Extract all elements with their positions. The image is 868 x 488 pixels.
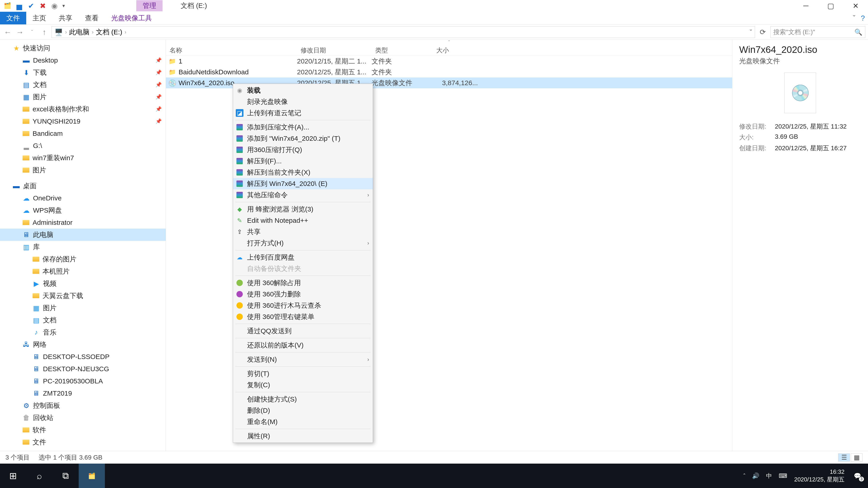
tree-lib-item[interactable]: 本机照片: [0, 265, 166, 278]
tree-folder[interactable]: YUNQISHI2019📌: [0, 115, 166, 127]
tree-network-pc[interactable]: 🖥DESKTOP-LSSOEDP: [0, 351, 166, 363]
start-button[interactable]: ⊞: [0, 464, 26, 488]
tab-view[interactable]: 查看: [79, 12, 105, 24]
cm-shortcut[interactable]: 创建快捷方式(S): [233, 394, 373, 405]
cm-share[interactable]: ⇪共享: [233, 226, 373, 237]
breadcrumb[interactable]: 🖥️ › 此电脑 › 文档 (E:) › ˇ: [52, 26, 755, 38]
nav-forward-button[interactable]: →: [15, 27, 25, 37]
taskbar-search-button[interactable]: ⌕: [26, 464, 53, 488]
tree-onedrive[interactable]: ☁OneDrive: [0, 192, 166, 204]
tree-lib-item[interactable]: 天翼云盘下载: [0, 290, 166, 302]
cm-qq-send[interactable]: 通过QQ发送到: [233, 325, 373, 337]
cm-mount[interactable]: ◉装载: [233, 85, 373, 96]
taskbar-explorer-button[interactable]: 🗂️: [79, 464, 105, 488]
tree-drive[interactable]: ▂G:\: [0, 140, 166, 152]
tree-desktop-root[interactable]: ▬桌面: [0, 180, 166, 192]
tree-downloads[interactable]: ⬇下载📌: [0, 66, 166, 78]
tree-documents[interactable]: ▤文档📌: [0, 78, 166, 91]
tree-wps[interactable]: ☁WPS网盘: [0, 204, 166, 217]
task-view-button[interactable]: ⧉: [53, 464, 79, 488]
cm-360-scan[interactable]: 使用 360进行木马云查杀: [233, 300, 373, 311]
nav-recent-icon[interactable]: ˇ: [27, 27, 37, 37]
cm-copy[interactable]: 复制(C): [233, 379, 373, 391]
cm-rename[interactable]: 重命名(M): [233, 416, 373, 427]
cm-other-zip[interactable]: 其他压缩命令›: [233, 189, 373, 201]
tree-recycle-bin[interactable]: 🗑回收站: [0, 412, 166, 424]
cm-360-forcedel[interactable]: 使用 360强力删除: [233, 289, 373, 300]
tree-folder[interactable]: 文件: [0, 436, 166, 448]
tray-keyboard-icon[interactable]: ⌨: [779, 473, 787, 480]
tree-lib-item[interactable]: ▦图片: [0, 302, 166, 314]
cm-send-to[interactable]: 发送到(N)›: [233, 354, 373, 365]
qat-check-icon[interactable]: ✔: [27, 2, 35, 10]
column-date[interactable]: 修改日期: [297, 46, 372, 55]
tree-folder[interactable]: win7重装win7: [0, 152, 166, 164]
tab-home[interactable]: 主页: [26, 12, 53, 24]
tree-lib-item[interactable]: ▶视频: [0, 278, 166, 290]
qat-close-icon[interactable]: ✖: [39, 2, 46, 10]
tree-lib-item[interactable]: ♪音乐: [0, 326, 166, 338]
tree-desktop[interactable]: ▬Desktop📌: [0, 54, 166, 66]
cm-open-360zip[interactable]: 用360压缩打开(Q): [233, 144, 373, 156]
chevron-right-icon[interactable]: ›: [125, 29, 126, 35]
tab-share[interactable]: 共享: [53, 12, 79, 24]
tree-lib-item[interactable]: 保存的图片: [0, 253, 166, 265]
tree-lib-item[interactable]: ▤文档: [0, 314, 166, 326]
tree-folder[interactable]: excel表格制作求和📌: [0, 103, 166, 115]
cm-add-archive[interactable]: 添加到压缩文件(A)...: [233, 122, 373, 133]
cm-360-unlock[interactable]: 使用 360解除占用: [233, 277, 373, 289]
file-row[interactable]: 📁 1 2020/12/15, 星期二 1... 文件夹: [166, 56, 732, 67]
search-icon[interactable]: 🔍: [855, 29, 862, 36]
search-input[interactable]: 搜索"文档 (E:)" 🔍: [770, 26, 865, 38]
cm-baidu-upload[interactable]: ☁上传到百度网盘: [233, 252, 373, 263]
cm-add-zip[interactable]: 添加到 "Win7x64_2020.zip" (T): [233, 133, 373, 144]
tree-network-pc[interactable]: 🖥PC-20190530OBLA: [0, 375, 166, 387]
cm-youdao[interactable]: ◪上传到有道云笔记: [233, 107, 373, 119]
cm-honeybrowser[interactable]: ◆用 蜂蜜浏览器 浏览(3): [233, 203, 373, 215]
tree-quick-access[interactable]: ★快速访问: [0, 42, 166, 54]
tree-network[interactable]: 🖧网络: [0, 338, 166, 351]
cm-360-manage[interactable]: 使用 360管理右键菜单: [233, 311, 373, 322]
tree-network-pc[interactable]: 🖥ZMT2019: [0, 387, 166, 399]
tree-user[interactable]: Administrator: [0, 217, 166, 229]
tree-folder[interactable]: 软件: [0, 424, 166, 436]
nav-back-button[interactable]: ←: [3, 27, 13, 37]
cm-open-with[interactable]: 打开方式(H)›: [233, 237, 373, 249]
help-icon[interactable]: ?: [861, 14, 865, 22]
tree-libraries[interactable]: ▥库: [0, 241, 166, 253]
chevron-right-icon[interactable]: ›: [92, 29, 94, 35]
refresh-button[interactable]: ⟳: [757, 28, 768, 36]
ribbon-collapse-icon[interactable]: ˇ: [853, 14, 856, 22]
view-icons-button[interactable]: ▦: [851, 453, 863, 462]
tray-ime-icon[interactable]: 中: [766, 472, 772, 480]
tab-disc-tools[interactable]: 光盘映像工具: [105, 12, 158, 24]
tray-up-icon[interactable]: ˆ: [743, 473, 745, 480]
tree-folder[interactable]: Bandicam: [0, 127, 166, 140]
cm-extract-to[interactable]: 解压到(F)...: [233, 156, 373, 167]
tree-this-pc[interactable]: 🖥此电脑: [0, 229, 166, 241]
chevron-right-icon[interactable]: ›: [65, 29, 67, 35]
tree-network-pc[interactable]: 🖥DESKTOP-NJEU3CG: [0, 363, 166, 375]
cm-restore[interactable]: 还原以前的版本(V): [233, 339, 373, 351]
column-size[interactable]: 大小: [433, 46, 478, 55]
view-details-button[interactable]: ☰: [838, 453, 850, 462]
file-row[interactable]: 📁 BaiduNetdiskDownload 2020/12/25, 星期五 1…: [166, 67, 732, 77]
cm-delete[interactable]: 删除(D): [233, 405, 373, 416]
maximize-button[interactable]: ▢: [818, 0, 843, 12]
column-type[interactable]: 类型: [372, 46, 433, 55]
nav-up-button[interactable]: ↑: [39, 27, 49, 37]
column-name[interactable]: 名称: [166, 46, 297, 55]
close-button[interactable]: ✕: [843, 0, 868, 12]
cm-extract-here[interactable]: 解压到当前文件夹(X): [233, 167, 373, 178]
tab-file[interactable]: 文件: [0, 12, 26, 24]
tree-folder[interactable]: 图片: [0, 164, 166, 176]
cm-properties[interactable]: 属性(R): [233, 430, 373, 442]
tree-control-panel[interactable]: ⚙控制面板: [0, 399, 166, 412]
cm-extract-named[interactable]: 解压到 Win7x64_2020\ (E): [233, 178, 373, 189]
taskbar-clock[interactable]: 16:32 2020/12/25, 星期五: [794, 468, 844, 484]
qat-down-icon[interactable]: ▅: [16, 2, 23, 10]
notification-button[interactable]: 💬3: [851, 470, 864, 482]
qat-dropdown-icon[interactable]: ▾: [62, 3, 65, 9]
breadcrumb-item[interactable]: 文档 (E:): [96, 28, 122, 37]
tree-pictures[interactable]: ▦图片📌: [0, 91, 166, 103]
